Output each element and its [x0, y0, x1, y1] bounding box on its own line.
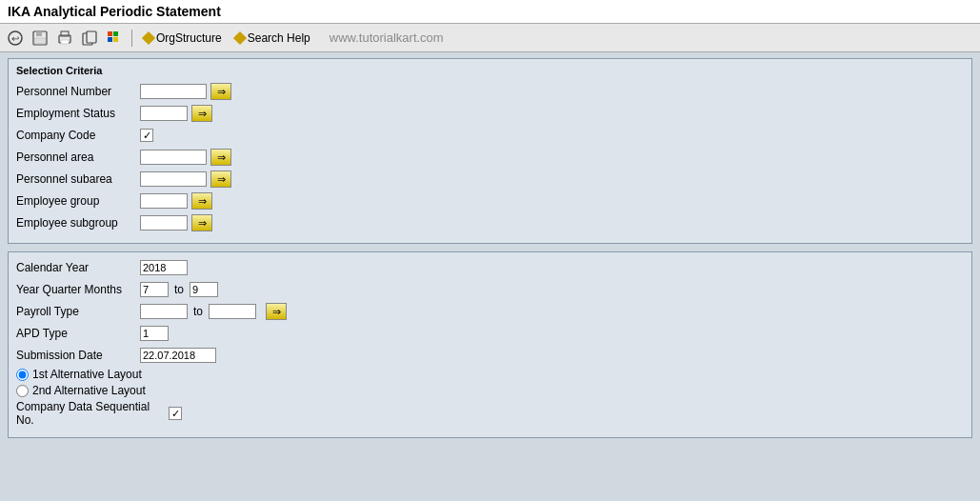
svg-rect-9	[87, 31, 96, 43]
selection-criteria-title: Selection Criteria	[16, 65, 964, 76]
svg-rect-10	[108, 31, 112, 36]
svg-rect-11	[113, 31, 118, 36]
submission-date-input[interactable]	[140, 348, 216, 363]
employment-status-arrow-btn[interactable]: ⇒	[191, 105, 212, 122]
save-icon[interactable]	[30, 29, 50, 48]
payroll-type-row: Payroll Type to ⇒	[16, 302, 964, 321]
orgstructure-btn[interactable]: OrgStructure	[140, 30, 226, 46]
year-quarter-months-label: Year Quarter Months	[16, 283, 140, 296]
employment-status-label: Employment Status	[16, 107, 140, 120]
submission-date-row: Submission Date	[16, 346, 964, 365]
personnel-number-arrow-btn[interactable]: ⇒	[210, 83, 231, 100]
period-criteria-panel: Calendar Year Year Quarter Months to Pay…	[8, 251, 972, 438]
company-code-checkbox[interactable]	[140, 129, 153, 142]
company-data-label: Company Data Sequential No.	[16, 400, 169, 427]
toolbar-divider-1	[131, 30, 132, 47]
calendar-year-row: Calendar Year	[16, 258, 964, 277]
employment-status-input[interactable]	[140, 106, 188, 121]
payroll-type-from-input[interactable]	[140, 304, 188, 319]
employee-group-input[interactable]	[140, 193, 188, 209]
personnel-area-arrow-btn[interactable]: ⇒	[210, 149, 231, 166]
personnel-number-label: Personnel Number	[16, 85, 140, 98]
toolbar: ↩ OrgStructure	[0, 24, 980, 52]
personnel-area-row: Personnel area ⇒	[16, 148, 964, 167]
layout1-label[interactable]: 1st Alternative Layout	[32, 368, 142, 381]
back-icon[interactable]: ↩	[6, 29, 25, 48]
apd-type-row: APD Type	[16, 324, 964, 343]
company-code-label: Company Code	[16, 129, 140, 142]
calendar-year-input[interactable]	[140, 260, 188, 275]
svg-rect-3	[36, 31, 42, 36]
watermark: www.tutorialkart.com	[330, 30, 444, 45]
layout-option2-row: 2nd Alternative Layout	[16, 384, 964, 397]
personnel-subarea-label: Personnel subarea	[16, 172, 140, 186]
diamond-icon-2	[233, 30, 247, 44]
year-quarter-to-label: to	[174, 283, 184, 296]
year-quarter-months-from-input[interactable]	[140, 282, 169, 297]
svg-rect-7	[61, 40, 69, 44]
employee-subgroup-arrow-btn[interactable]: ⇒	[191, 214, 212, 231]
employee-subgroup-label: Employee subgroup	[16, 216, 140, 230]
layout-option1-row: 1st Alternative Layout	[16, 368, 964, 381]
layout2-radio[interactable]	[16, 385, 29, 397]
payroll-type-to-input[interactable]	[209, 304, 256, 319]
employment-status-row: Employment Status ⇒	[16, 104, 964, 123]
personnel-subarea-row: Personnel subarea ⇒	[16, 170, 964, 189]
search-help-btn[interactable]: Search Help	[231, 30, 314, 46]
personnel-area-input[interactable]	[140, 150, 207, 165]
color-icon[interactable]	[105, 29, 124, 48]
svg-rect-12	[108, 37, 112, 42]
payroll-type-arrow-btn[interactable]: ⇒	[266, 303, 287, 320]
payroll-type-label: Payroll Type	[16, 305, 140, 318]
personnel-area-label: Personnel area	[16, 150, 140, 164]
print-icon[interactable]	[55, 29, 74, 48]
calendar-year-label: Calendar Year	[16, 261, 140, 274]
personnel-subarea-arrow-btn[interactable]: ⇒	[210, 170, 231, 188]
svg-rect-4	[34, 38, 46, 44]
payroll-type-to-label: to	[193, 305, 203, 318]
app-title: IKA Analytical Periodic Statement	[8, 4, 221, 19]
personnel-number-row: Personnel Number ⇒	[16, 82, 964, 101]
diamond-icon-1	[142, 30, 155, 44]
company-data-checkbox[interactable]	[169, 407, 182, 420]
year-quarter-months-row: Year Quarter Months to	[16, 280, 964, 299]
company-code-row: Company Code	[16, 126, 964, 145]
layout2-label[interactable]: 2nd Alternative Layout	[32, 384, 146, 397]
apd-type-label: APD Type	[16, 327, 140, 340]
personnel-subarea-input[interactable]	[140, 171, 207, 187]
layout1-radio[interactable]	[16, 369, 29, 381]
year-quarter-months-to-input[interactable]	[190, 282, 218, 297]
employee-group-label: Employee group	[16, 194, 140, 208]
company-data-row: Company Data Sequential No.	[16, 400, 964, 427]
employee-subgroup-input[interactable]	[140, 215, 188, 230]
svg-rect-13	[113, 37, 118, 42]
submission-date-label: Submission Date	[16, 349, 140, 362]
employee-group-arrow-btn[interactable]: ⇒	[191, 192, 212, 210]
svg-text:↩: ↩	[11, 33, 19, 44]
selection-criteria-panel: Selection Criteria Personnel Number ⇒ Em…	[8, 58, 972, 244]
employee-group-row: Employee group ⇒	[16, 191, 964, 210]
personnel-number-input[interactable]	[140, 84, 207, 99]
employee-subgroup-row: Employee subgroup ⇒	[16, 213, 964, 232]
copy-icon[interactable]	[80, 29, 99, 48]
title-bar: IKA Analytical Periodic Statement	[0, 0, 980, 24]
main-content: Selection Criteria Personnel Number ⇒ Em…	[0, 52, 980, 451]
apd-type-input[interactable]	[140, 326, 169, 341]
